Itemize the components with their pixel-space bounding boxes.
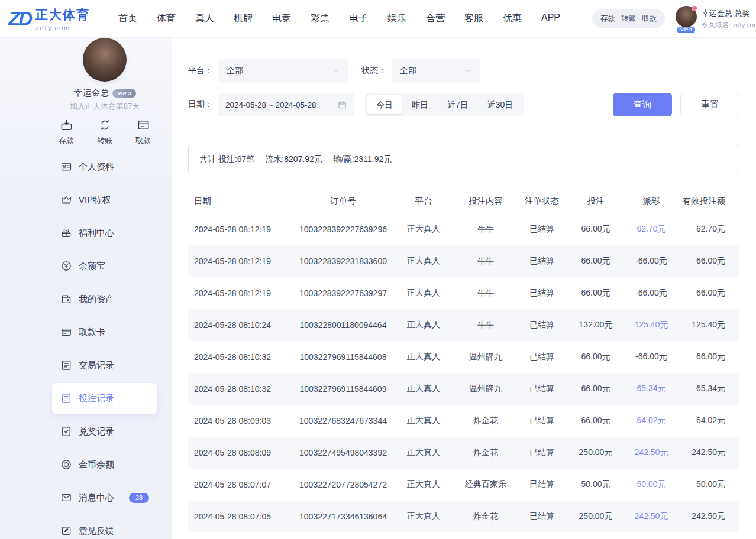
cell-platform: 正大真人 bbox=[390, 320, 457, 330]
transactions-icon bbox=[60, 359, 72, 371]
quick-action-deposit[interactable]: 存款 bbox=[53, 118, 79, 146]
nav-item-service[interactable]: 客服 bbox=[464, 12, 483, 25]
cell-payout: 50.00元 bbox=[622, 479, 680, 490]
cell-valid-amount: 242.50元 bbox=[680, 447, 739, 458]
nav-item-sports[interactable]: 体育 bbox=[157, 12, 176, 25]
nav-item-esports[interactable]: 电竞 bbox=[272, 12, 291, 25]
sidebar-item-label: 意见反馈 bbox=[79, 525, 114, 537]
nav-item-home[interactable]: 首页 bbox=[118, 12, 137, 25]
cell-payout: 242.50元 bbox=[622, 447, 680, 458]
quick-action-transfer[interactable]: 转账 bbox=[92, 118, 118, 146]
cell-platform: 正大真人 bbox=[390, 511, 457, 522]
cell-bet-amount: 66.00元 bbox=[569, 384, 622, 394]
nav-item-entertainment[interactable]: 娱乐 bbox=[387, 12, 406, 25]
sidebar-item-prize-records[interactable]: 兑奖记录 bbox=[52, 416, 157, 447]
cell-valid-amount: 66.00元 bbox=[680, 288, 739, 298]
nav-item-promo[interactable]: 优惠 bbox=[503, 12, 522, 25]
cell-bet-amount: 66.00元 bbox=[569, 288, 622, 298]
brand-domain: zdty.com bbox=[35, 24, 90, 31]
sidebar-item-withdraw-card[interactable]: 取款卡 bbox=[52, 317, 157, 348]
coin-balance-icon bbox=[60, 459, 72, 470]
cell-valid-amount: 125.40元 bbox=[680, 320, 739, 330]
wallet-link-deposit[interactable]: 存款 bbox=[600, 14, 615, 24]
sidebar-item-bet-records[interactable]: 投注记录 bbox=[52, 383, 157, 414]
status-select[interactable]: 全部 bbox=[392, 59, 480, 83]
sidebar-item-coin-balance[interactable]: 金币余额 bbox=[52, 449, 157, 480]
cell-bet-content: 炸金花 bbox=[457, 415, 515, 426]
cell-platform: 正大真人 bbox=[390, 224, 457, 235]
cell-bet-amount: 66.00元 bbox=[569, 256, 622, 267]
sidebar-item-assets[interactable]: 我的资产 bbox=[52, 284, 157, 314]
table-header: 日期订单号平台投注内容注单状态投注派彩有效投注额 bbox=[188, 189, 739, 213]
cell-bet-amount: 66.00元 bbox=[569, 352, 622, 362]
quick-action-withdraw[interactable]: 取款 bbox=[130, 118, 156, 146]
user-info[interactable]: VIP 3 幸运金总 总奖 永久域名: zdty.com bbox=[676, 6, 756, 32]
logo-mark-icon: ZD bbox=[8, 9, 31, 28]
cell-status: 已结算 bbox=[515, 256, 569, 267]
user-avatar-wrap: VIP 3 bbox=[676, 6, 697, 32]
sidebar-item-transactions[interactable]: 交易记录 bbox=[52, 350, 157, 381]
cell-payout: -66.00元 bbox=[622, 352, 680, 362]
user-avatar bbox=[676, 6, 697, 27]
cell-bet-amount: 66.00元 bbox=[569, 224, 622, 235]
platform-select[interactable]: 全部 bbox=[218, 59, 348, 83]
sidebar-item-welfare[interactable]: 福利中心 bbox=[52, 217, 157, 248]
sidebar-item-vip[interactable]: VIP特权 bbox=[52, 184, 157, 215]
range-last7[interactable]: 近7日 bbox=[438, 95, 478, 115]
cell-date: 2024-05-28 08:08:09 bbox=[188, 448, 296, 457]
cell-status: 已结算 bbox=[515, 352, 569, 362]
prize-records-icon bbox=[60, 426, 72, 437]
nav-item-live[interactable]: 真人 bbox=[195, 12, 214, 25]
bet-records-icon bbox=[60, 392, 72, 404]
range-last30[interactable]: 近30日 bbox=[478, 95, 523, 115]
nav-item-joint[interactable]: 合营 bbox=[426, 12, 445, 25]
wallet-link-withdraw[interactable]: 取款 bbox=[642, 14, 657, 24]
search-button[interactable]: 查询 bbox=[613, 93, 672, 116]
col-header-5: 投注 bbox=[569, 196, 622, 207]
sidebar-item-feedback[interactable]: 意见反馈 bbox=[52, 515, 157, 539]
cell-bet-content: 牛牛 bbox=[457, 320, 515, 330]
id-card-icon bbox=[60, 161, 72, 173]
range-today[interactable]: 今日 bbox=[367, 95, 402, 115]
date-range-value: 2024-05-28 ~ 2024-05-28 bbox=[225, 100, 316, 109]
nav-item-app[interactable]: APP bbox=[541, 12, 560, 25]
nav-item-lottery[interactable]: 彩票 bbox=[311, 12, 329, 25]
nav-item-chess[interactable]: 棋牌 bbox=[234, 12, 253, 25]
sidebar-item-yuebao[interactable]: 余额宝 bbox=[52, 251, 157, 281]
table-row: 2024-05-28 08:12:191003228392227639296正大… bbox=[188, 213, 739, 245]
cell-bet-content: 牛牛 bbox=[457, 224, 515, 235]
cell-platform: 正大真人 bbox=[390, 288, 457, 298]
cell-payout: -66.00元 bbox=[622, 256, 680, 267]
col-header-6: 派彩 bbox=[622, 196, 680, 207]
cell-order-id: 1003227969115844609 bbox=[296, 384, 390, 394]
yuebao-icon bbox=[60, 260, 72, 272]
cell-payout: 125.40元 bbox=[622, 320, 680, 330]
reset-button[interactable]: 重置 bbox=[680, 93, 739, 116]
nav-item-slots[interactable]: 电子 bbox=[349, 12, 368, 25]
cell-payout: 65.34元 bbox=[622, 384, 680, 394]
col-header-0: 日期 bbox=[188, 196, 296, 207]
date-quick-ranges: 今日昨日近7日近30日 bbox=[365, 93, 524, 116]
cell-order-id: 1003227683247673344 bbox=[296, 416, 390, 426]
date-range-input[interactable]: 2024-05-28 ~ 2024-05-28 bbox=[218, 93, 354, 116]
range-yesterday[interactable]: 昨日 bbox=[402, 95, 438, 115]
sidebar-item-messages[interactable]: 消息中心28 bbox=[52, 482, 157, 513]
sidebar-item-label: 我的资产 bbox=[79, 294, 114, 305]
unread-count-badge: 28 bbox=[129, 493, 149, 503]
summary-part-2: 输/赢:2311.92元 bbox=[333, 154, 392, 165]
cell-date: 2024-05-28 08:09:03 bbox=[188, 416, 296, 426]
wallet-link-transfer[interactable]: 转账 bbox=[621, 14, 636, 24]
cell-date: 2024-05-28 08:10:32 bbox=[188, 352, 296, 362]
status-dot bbox=[692, 5, 697, 11]
logo[interactable]: ZD 正大体育 zdty.com bbox=[8, 7, 90, 31]
cell-bet-amount: 66.00元 bbox=[569, 415, 622, 426]
cell-payout: 64.02元 bbox=[622, 415, 680, 426]
profile-joined-days: 加入正大体育第87天 bbox=[52, 101, 157, 112]
profile-avatar[interactable] bbox=[83, 38, 127, 82]
cell-order-id: 1003228392231833600 bbox=[296, 256, 390, 266]
main-content: 平台： 全部 状态： 全部 日期： 2024-05-28 ~ 2024-05-2… bbox=[172, 38, 756, 539]
cell-order-id: 1003227495498043392 bbox=[296, 448, 390, 457]
sidebar-item-profile[interactable]: 个人资料 bbox=[52, 151, 157, 182]
cell-bet-content: 温州牌九 bbox=[457, 352, 515, 362]
cell-date: 2024-05-28 08:12:19 bbox=[188, 225, 296, 234]
